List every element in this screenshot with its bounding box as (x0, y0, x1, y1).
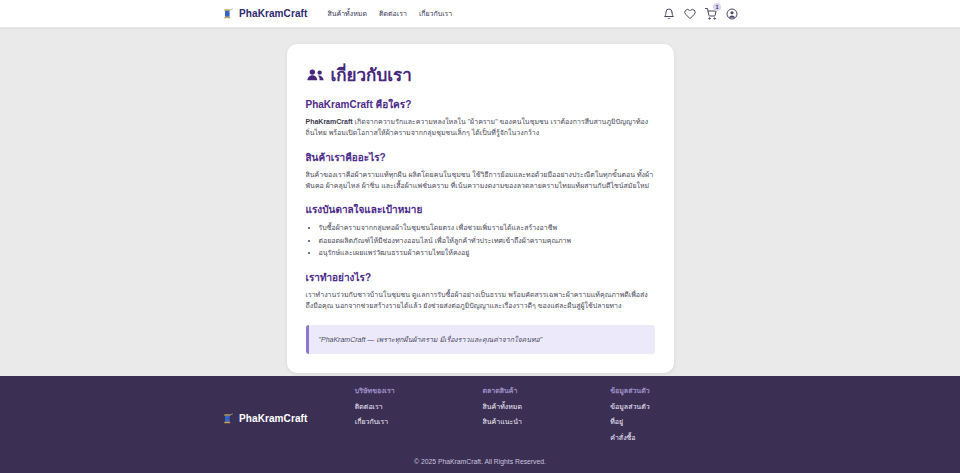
section-heading-who: PhaKramCraft คือใคร? (306, 97, 655, 112)
brand-name: PhaKramCraft (239, 8, 307, 19)
footer-column-title: ข้อมูลส่วนตัว (610, 385, 738, 396)
section-body-products: สินค้าของเราคือผ้าครามแท้ทุกผืน ผลิตโดยค… (306, 170, 655, 192)
footer-brand-name: PhaKramCraft (239, 413, 307, 424)
nav-all-products[interactable]: สินค้าทั้งหมด (327, 8, 366, 19)
page-title-text: เกี่ยวกับเรา (331, 61, 412, 88)
footer-link-all-products[interactable]: สินค้าทั้งหมด (483, 401, 611, 412)
users-icon (306, 68, 325, 82)
section-heading-products: สินค้าเราคืออะไร? (306, 150, 655, 165)
about-card: เกี่ยวกับเรา PhaKramCraft คือใคร? PhaKra… (287, 44, 674, 373)
footer-link-recommended[interactable]: สินค้าแนะนำ (483, 416, 611, 427)
footer-column-personal: ข้อมูลส่วนตัว ข้อมูลส่วนตัว ที่อยู่ คำสั… (610, 385, 738, 448)
section-heading-inspiration: แรงบันดาลใจและเป้าหมาย (306, 202, 655, 217)
top-navbar: PhaKramCraft สินค้าทั้งหมด ติดต่อเรา เกี… (0, 0, 960, 28)
brand-quote: "PhaKramCraft — เพราะทุกผืนผ้าคราม มีเรื… (306, 325, 655, 354)
who-text: เกิดจากความรักและความหลงใหลใน "ผ้าคราม" … (306, 118, 649, 136)
footer-column-market: ตลาดสินค้า สินค้าทั้งหมด สินค้าแนะนำ (483, 385, 611, 432)
footer-column-title: บริษัทของเรา (355, 385, 483, 396)
section-body-who: PhaKramCraft เกิดจากความรักและความหลงใหล… (306, 117, 655, 139)
list-item: อนุรักษ์และเผยแพร่วัฒนธรรมผ้าครามไทยให้ค… (319, 247, 655, 259)
thread-spool-icon (222, 8, 234, 20)
cart-count-badge: 1 (713, 3, 721, 11)
list-item: รับซื้อผ้าครามจากกลุ่มทอผ้าในชุมชนโดยตรง… (319, 222, 655, 234)
inspiration-list: รับซื้อผ้าครามจากกลุ่มทอผ้าในชุมชนโดยตรง… (319, 222, 655, 259)
section-heading-how: เราทำอย่างไร? (306, 270, 655, 285)
section-body-how: เราทำงานร่วมกับชาวบ้านในชุมชน ดูแลการรับ… (306, 290, 655, 312)
brand-logo[interactable]: PhaKramCraft (222, 8, 307, 20)
page-body: เกี่ยวกับเรา PhaKramCraft คือใคร? PhaKra… (0, 28, 960, 376)
footer-link-contact[interactable]: ติดต่อเรา (355, 401, 483, 412)
nav-about-us[interactable]: เกี่ยวกับเรา (419, 8, 452, 19)
page-title: เกี่ยวกับเรา (306, 61, 655, 88)
list-item: ต่อยอดผลิตภัณฑ์ให้มีช่องทางออนไลน์ เพื่อ… (319, 235, 655, 247)
page-footer: PhaKramCraft บริษัทของเรา ติดต่อเรา เกี่… (0, 376, 960, 473)
copyright-text: © 2025 PhaKramCraft. All Rights Reserved… (0, 458, 960, 465)
header-actions: 1 (663, 8, 738, 20)
footer-brand-logo[interactable]: PhaKramCraft (222, 413, 355, 425)
bell-icon[interactable] (663, 8, 675, 20)
footer-link-orders[interactable]: คำสั่งซื้อ (610, 432, 738, 443)
thread-spool-icon (222, 413, 234, 425)
nav-contact-us[interactable]: ติดต่อเรา (379, 8, 407, 19)
brand-lead-text: PhaKramCraft (306, 118, 353, 125)
footer-link-about[interactable]: เกี่ยวกับเรา (355, 416, 483, 427)
footer-column-title: ตลาดสินค้า (483, 385, 611, 396)
heart-icon[interactable] (684, 8, 696, 20)
cart-icon[interactable]: 1 (705, 8, 717, 20)
footer-link-profile[interactable]: ข้อมูลส่วนตัว (610, 401, 738, 412)
main-nav: สินค้าทั้งหมด ติดต่อเรา เกี่ยวกับเรา (327, 8, 452, 19)
footer-column-company: บริษัทของเรา ติดต่อเรา เกี่ยวกับเรา (355, 385, 483, 432)
user-icon[interactable] (726, 8, 738, 20)
footer-link-address[interactable]: ที่อยู่ (610, 416, 738, 427)
